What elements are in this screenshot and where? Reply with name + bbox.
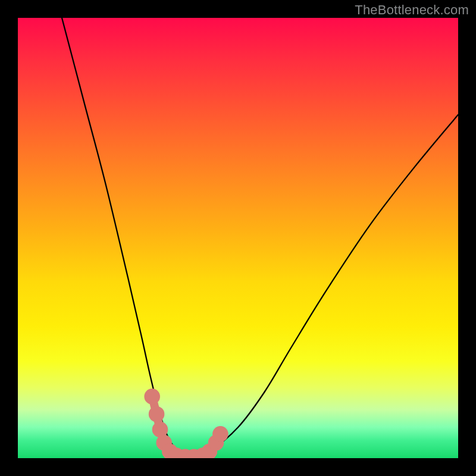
curve-marker (162, 444, 178, 458)
curve-marker (152, 422, 168, 438)
marker-connector (152, 396, 221, 456)
curve-marker (177, 449, 193, 459)
curve-marker (195, 447, 211, 458)
curve-path (62, 18, 458, 455)
curve-marker (212, 426, 228, 442)
watermark: TheBottleneck.com (355, 2, 469, 18)
plot-area (18, 18, 458, 458)
curve-marker (202, 444, 218, 458)
chart-stage: TheBottleneck.com (0, 0, 476, 476)
curve-marker (208, 435, 224, 451)
marker-group (144, 389, 228, 458)
curve-marker (156, 435, 172, 451)
chart-svg (18, 18, 458, 458)
curve-marker (149, 406, 165, 422)
curve-marker (186, 449, 202, 459)
curve-marker (168, 447, 184, 458)
curve-marker (144, 389, 160, 405)
